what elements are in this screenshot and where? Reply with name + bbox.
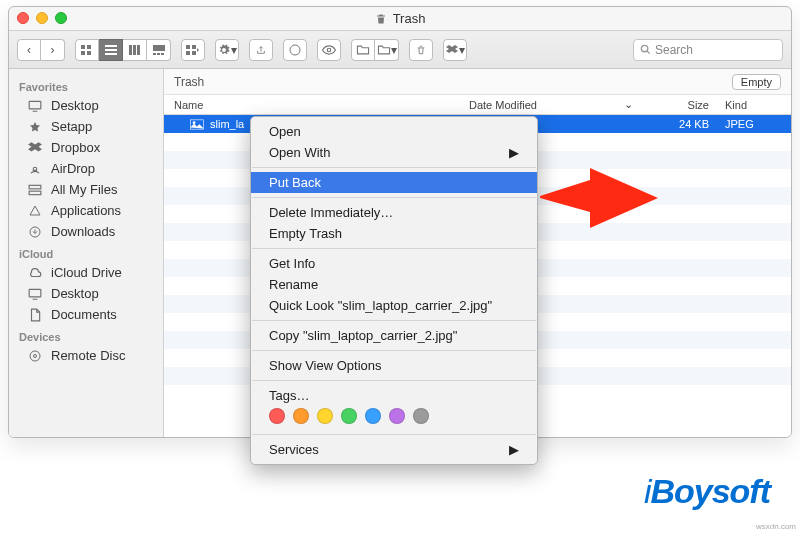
- tag-orange[interactable]: [293, 408, 309, 424]
- folder-menu-button[interactable]: ▾: [375, 39, 399, 61]
- menu-item-rename[interactable]: Rename: [251, 274, 537, 295]
- applications-icon: [27, 204, 43, 218]
- empty-trash-button[interactable]: Empty: [732, 74, 781, 90]
- sidebar-item-setapp[interactable]: Setapp: [9, 116, 163, 137]
- svg-rect-7: [129, 45, 132, 55]
- menu-item-tags[interactable]: Tags…: [251, 385, 537, 406]
- sidebar-item-airdrop[interactable]: AirDrop: [9, 158, 163, 179]
- nav-buttons: ‹ ›: [17, 39, 65, 61]
- view-list-button[interactable]: [99, 39, 123, 61]
- svg-rect-6: [105, 53, 117, 55]
- desktop-icon: [27, 287, 43, 301]
- action-button[interactable]: ▾: [215, 39, 239, 61]
- share-button[interactable]: [249, 39, 273, 61]
- svg-marker-31: [540, 168, 658, 228]
- menu-item-show-view[interactable]: Show View Options: [251, 355, 537, 376]
- sidebar-item-icloud-desktop[interactable]: Desktop: [9, 283, 163, 304]
- window-title: Trash: [375, 11, 426, 26]
- arrange-button[interactable]: [181, 39, 205, 61]
- menu-item-services[interactable]: Services▶: [251, 439, 537, 460]
- tag-color-row: [251, 406, 537, 430]
- column-date-label: Date Modified: [469, 99, 537, 111]
- window-controls: [17, 12, 67, 24]
- menu-item-delete[interactable]: Delete Immediately…: [251, 202, 537, 223]
- menu-item-empty-trash[interactable]: Empty Trash: [251, 223, 537, 244]
- trash-icon: [375, 13, 387, 25]
- quicklook-button[interactable]: [317, 39, 341, 61]
- svg-rect-9: [137, 45, 140, 55]
- search-field[interactable]: Search: [633, 39, 783, 61]
- svg-rect-10: [153, 45, 165, 51]
- sidebar: Favorites Desktop Setapp Dropbox AirDrop…: [9, 69, 164, 437]
- sidebar-item-applications[interactable]: Applications: [9, 200, 163, 221]
- sidebar-item-label: Applications: [51, 203, 121, 218]
- delete-button[interactable]: [409, 39, 433, 61]
- view-mode-buttons: [75, 39, 171, 61]
- tag-purple[interactable]: [389, 408, 405, 424]
- tag-blue[interactable]: [365, 408, 381, 424]
- column-size[interactable]: Size: [639, 99, 719, 111]
- tag-green[interactable]: [341, 408, 357, 424]
- menu-item-get-info[interactable]: Get Info: [251, 253, 537, 274]
- svg-rect-2: [81, 51, 85, 55]
- tag-gray[interactable]: [413, 408, 429, 424]
- tag-yellow[interactable]: [317, 408, 333, 424]
- window-title-text: Trash: [393, 11, 426, 26]
- menu-item-copy[interactable]: Copy "slim_laptop_carrier_2.jpg": [251, 325, 537, 346]
- column-date[interactable]: Date Modified⌄: [469, 98, 639, 111]
- titlebar: Trash: [9, 7, 791, 31]
- cloud-icon: [27, 266, 43, 280]
- sidebar-item-label: Documents: [51, 307, 117, 322]
- sidebar-item-desktop[interactable]: Desktop: [9, 95, 163, 116]
- sidebar-item-allfiles[interactable]: All My Files: [9, 179, 163, 200]
- document-icon: [27, 308, 43, 322]
- sidebar-item-remote-disc[interactable]: Remote Disc: [9, 345, 163, 366]
- sidebar-item-downloads[interactable]: Downloads: [9, 221, 163, 242]
- view-column-button[interactable]: [123, 39, 147, 61]
- view-gallery-button[interactable]: [147, 39, 171, 61]
- sidebar-item-icloud-drive[interactable]: iCloud Drive: [9, 262, 163, 283]
- svg-rect-17: [192, 51, 196, 55]
- close-icon[interactable]: [17, 12, 29, 24]
- sidebar-item-label: Downloads: [51, 224, 115, 239]
- tags-button[interactable]: [283, 39, 307, 61]
- svg-rect-0: [81, 45, 85, 49]
- location-bar: Trash Empty: [164, 69, 791, 95]
- column-kind[interactable]: Kind: [719, 99, 791, 111]
- menu-separator: [252, 380, 536, 381]
- dropbox-button[interactable]: ▾: [443, 39, 467, 61]
- submenu-arrow-icon: ▶: [509, 442, 519, 457]
- svg-rect-23: [29, 185, 41, 189]
- menu-separator: [252, 350, 536, 351]
- toolbar: ‹ › ▾ ▾ ▾: [9, 31, 791, 69]
- svg-point-19: [327, 48, 331, 52]
- tag-red[interactable]: [269, 408, 285, 424]
- back-button[interactable]: ‹: [17, 39, 41, 61]
- svg-rect-4: [105, 45, 117, 47]
- minimize-icon[interactable]: [36, 12, 48, 24]
- sidebar-section-devices: Devices: [9, 325, 163, 345]
- new-folder-button[interactable]: [351, 39, 375, 61]
- svg-rect-8: [133, 45, 136, 55]
- sidebar-item-label: iCloud Drive: [51, 265, 122, 280]
- sidebar-item-label: AirDrop: [51, 161, 95, 176]
- forward-button[interactable]: ›: [41, 39, 65, 61]
- zoom-icon[interactable]: [55, 12, 67, 24]
- sidebar-item-documents[interactable]: Documents: [9, 304, 163, 325]
- view-icon-button[interactable]: [75, 39, 99, 61]
- sidebar-item-label: Desktop: [51, 286, 99, 301]
- search-icon: [640, 44, 651, 55]
- svg-point-20: [641, 45, 647, 51]
- svg-rect-14: [186, 45, 190, 49]
- menu-item-put-back[interactable]: Put Back: [251, 172, 537, 193]
- file-size: 24 KB: [639, 118, 719, 130]
- menu-item-open-with[interactable]: Open With▶: [251, 142, 537, 163]
- svg-rect-13: [161, 53, 164, 55]
- menu-item-quick-look[interactable]: Quick Look "slim_laptop_carrier_2.jpg": [251, 295, 537, 316]
- sidebar-item-dropbox[interactable]: Dropbox: [9, 137, 163, 158]
- file-name: slim_la: [210, 118, 244, 130]
- allfiles-icon: [27, 183, 43, 197]
- column-name[interactable]: Name: [164, 99, 469, 111]
- menu-item-open[interactable]: Open: [251, 121, 537, 142]
- sidebar-section-icloud: iCloud: [9, 242, 163, 262]
